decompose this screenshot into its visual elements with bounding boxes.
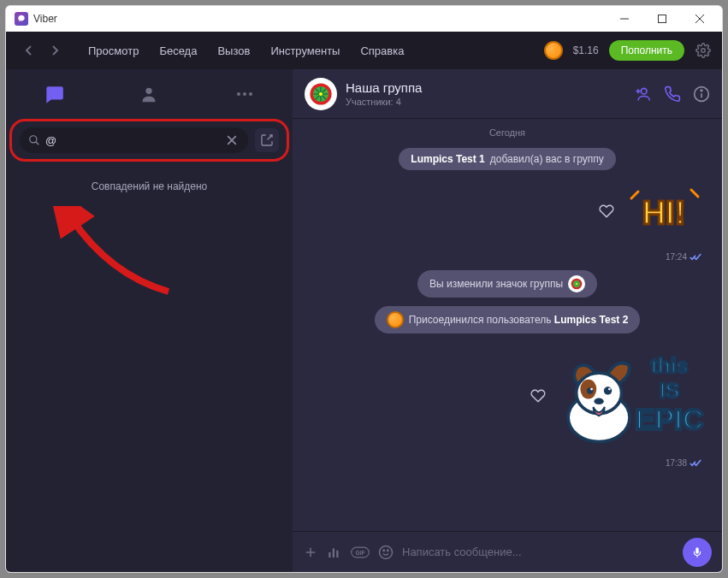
svg-point-43 <box>383 550 385 551</box>
add-member-button[interactable] <box>633 86 652 103</box>
sticker-hi[interactable]: HI! <box>623 179 708 247</box>
svg-point-31 <box>594 398 603 405</box>
svg-point-14 <box>641 88 647 94</box>
window-maximize-button[interactable] <box>643 6 681 32</box>
svg-text:HI!: HI! <box>642 195 686 231</box>
tab-more[interactable] <box>232 81 257 107</box>
poll-button[interactable] <box>327 545 342 560</box>
svg-point-5 <box>249 92 252 96</box>
svg-line-19 <box>631 192 638 198</box>
svg-point-23 <box>576 283 577 285</box>
react-button[interactable] <box>599 203 614 222</box>
nav-forward-button[interactable] <box>42 38 68 63</box>
call-button[interactable] <box>664 86 681 103</box>
svg-point-29 <box>604 387 612 395</box>
svg-rect-37 <box>328 552 330 557</box>
menubar: Просмотр Беседа Вызов Инструменты Справк… <box>6 32 722 69</box>
svg-point-2 <box>146 88 152 94</box>
sticker-this-is-epic[interactable]: this IS EPIC <box>554 342 708 453</box>
read-check-icon <box>690 253 701 262</box>
search-input[interactable] <box>45 134 224 147</box>
balance-coin-icon <box>544 41 563 60</box>
menu-tools[interactable]: Инструменты <box>270 44 340 57</box>
window-minimize-button[interactable] <box>606 6 643 32</box>
window-close-button[interactable] <box>681 6 719 32</box>
window-title: Viber <box>33 13 57 25</box>
svg-text:GIF: GIF <box>356 549 365 555</box>
attach-button[interactable] <box>303 545 318 560</box>
svg-rect-38 <box>333 548 334 557</box>
svg-text:this: this <box>651 355 689 378</box>
voice-button[interactable] <box>683 538 712 567</box>
svg-point-17 <box>701 90 702 91</box>
search-clear-button[interactable] <box>224 133 240 148</box>
react-button[interactable] <box>530 388 546 407</box>
annotation-arrow <box>40 206 177 300</box>
balance-amount: $1.16 <box>573 44 599 56</box>
svg-text:IS: IS <box>660 379 679 402</box>
mini-coin-icon <box>387 311 404 328</box>
chat-header: Наша группа Участники: 4 <box>293 69 722 119</box>
emoji-button[interactable] <box>378 545 394 560</box>
svg-point-3 <box>237 92 240 96</box>
app-logo-icon <box>15 12 28 26</box>
system-message-added: Lumpics Test 1 добавил(а) вас в группу <box>399 148 615 170</box>
svg-rect-45 <box>696 556 697 557</box>
menu-help[interactable]: Справка <box>360 44 404 57</box>
svg-point-42 <box>380 546 393 558</box>
window-titlebar: Viber <box>6 6 722 32</box>
svg-text:EPIC: EPIC <box>636 404 704 436</box>
settings-button[interactable] <box>695 42 712 59</box>
composer-input[interactable] <box>402 546 674 558</box>
menu-view[interactable]: Просмотр <box>88 44 139 57</box>
tab-chats[interactable] <box>41 81 67 107</box>
tab-contacts[interactable] <box>136 81 162 107</box>
search-new-button[interactable] <box>255 128 279 152</box>
svg-rect-39 <box>336 550 338 557</box>
system-message-user-joined: Присоединился пользователь Lumpics Test … <box>375 306 641 333</box>
no-results-label: Совпадений не найдено <box>6 180 293 192</box>
chat-subtitle: Участники: 4 <box>346 97 422 107</box>
svg-point-28 <box>590 388 593 391</box>
svg-point-6 <box>30 136 37 143</box>
nav-back-button[interactable] <box>16 38 42 63</box>
info-button[interactable] <box>693 86 710 103</box>
search-icon <box>28 134 40 146</box>
composer: GIF <box>293 531 722 572</box>
read-check-icon <box>690 459 701 468</box>
svg-point-30 <box>608 388 611 391</box>
sidebar: Совпадений не найдено <box>6 69 293 572</box>
chat-messages[interactable]: Сегодня Lumpics Test 1 добавил(а) вас в … <box>293 119 722 531</box>
svg-point-13 <box>319 91 323 95</box>
message-time: 17:24 <box>666 252 687 262</box>
svg-point-1 <box>701 49 706 53</box>
fund-button[interactable]: Пополнить <box>609 40 684 61</box>
gif-button[interactable]: GIF <box>351 546 370 559</box>
system-message-icon-changed: Вы изменили значок группы <box>417 270 597 298</box>
svg-rect-0 <box>659 15 666 23</box>
svg-line-20 <box>691 190 698 197</box>
menu-call[interactable]: Вызов <box>217 44 250 57</box>
day-separator: Сегодня <box>306 127 708 138</box>
chat-pane: Наша группа Участники: 4 Сегодня Lumpics… <box>293 69 722 572</box>
mini-avatar-icon <box>568 275 585 292</box>
menu-chat[interactable]: Беседа <box>159 44 197 57</box>
svg-point-4 <box>243 92 246 96</box>
chat-title: Наша группа <box>346 80 422 95</box>
search-box[interactable] <box>20 127 248 153</box>
chat-avatar[interactable] <box>305 78 337 110</box>
message-time: 17:38 <box>666 458 687 468</box>
svg-point-44 <box>388 550 389 551</box>
